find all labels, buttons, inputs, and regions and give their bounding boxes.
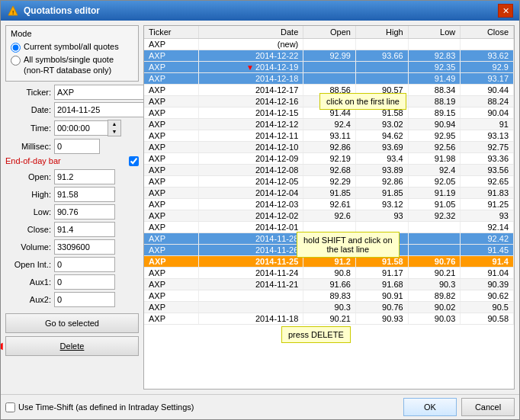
openint-input[interactable] [54,257,115,272]
table-row[interactable]: AXP2014-11-2892.42 [144,233,514,245]
fields-group: Ticker: Date: Time: ▲ ▼ [5,85,139,166]
cell-ticker: AXP [144,39,198,50]
table-row[interactable]: AXP2014-12-1193.1194.6292.9593.13 [144,130,514,142]
close-input[interactable] [54,222,115,237]
table-row[interactable]: AXP2014-11-2191.6691.6890.390.39 [144,279,514,290]
cell-close: 90.5 [461,302,514,313]
table-row[interactable]: AXP89.8390.9189.8290.62 [144,290,514,302]
cell-high: 93.4 [355,153,408,165]
cell-low [408,233,461,245]
cell-close: 91 [461,119,514,130]
millisec-input[interactable] [54,139,100,154]
cell-low: 92.95 [408,130,461,142]
time-row: Time: ▲ ▼ [5,120,139,136]
cell-low: 90.94 [408,119,461,130]
table-row[interactable]: AXP2014-12-0192.14 [144,222,514,233]
delete-container: Delete ◄ [5,336,139,356]
cell-ticker: AXP [144,119,198,130]
cell-open: 89.37 [303,96,356,107]
cell-high: 91.68 [355,279,408,290]
cell-low [408,39,461,50]
right-panel: Ticker Date Open High Low Close AXP(new)… [143,25,515,390]
cell-close: 93.56 [461,165,514,176]
main-window: ! Quotations editor ✕ Mode Current symbo… [0,0,520,420]
cell-ticker: AXP [144,176,198,188]
volume-input[interactable] [54,239,115,255]
cell-date: 2014-12-10 [198,142,303,153]
cell-high [355,245,408,256]
table-row[interactable]: AXP2014-12-0892.6893.8992.493.56 [144,165,514,176]
cell-open [303,233,356,245]
table-row[interactable]: AXP2014-11-2591.291.5890.7691.4 [144,256,514,268]
radio-current-symbol-input[interactable] [11,43,21,53]
values-group: Open: High: Low: Close: Volume: [5,169,139,307]
table-wrapper[interactable]: Ticker Date Open High Low Close AXP(new)… [144,26,514,389]
table-row[interactable]: AXP2014-11-2490.891.1790.2191.04 [144,268,514,279]
high-input[interactable] [54,187,115,202]
cell-high: 91.58 [355,107,408,119]
cell-open: 92.86 [303,142,356,153]
aux1-input[interactable] [54,274,115,290]
cancel-button[interactable]: Cancel [461,398,515,416]
radio-all-symbols-input[interactable] [11,56,21,66]
cell-low: 92.56 [408,142,461,153]
table-row[interactable]: AXP2014-12-1092.8693.6992.5692.75 [144,142,514,153]
table-row[interactable]: AXP2014-12-0292.69392.3293 [144,210,514,222]
cell-date: 2014-12-15 [198,107,303,119]
col-date: Date [198,26,303,39]
delete-button[interactable]: Delete [5,336,139,356]
left-panel: Mode Current symbol/all quotes All symbo… [5,25,139,390]
table-row[interactable]: AXP2014-12-2292.9993.6692.8393.62 [144,50,514,62]
title-bar-left: ! Quotations editor [7,5,100,17]
table-row[interactable]: AXP2014-11-1890.2190.9390.0390.58 [144,313,514,325]
use-timeshift-checkbox[interactable] [5,402,15,412]
low-input[interactable] [54,204,115,220]
cell-open: 92.4 [303,119,356,130]
svg-text:!: ! [12,9,14,16]
cell-ticker: AXP [144,153,198,165]
close-button[interactable]: ✕ [498,4,513,18]
cell-high: 90.57 [355,85,408,96]
table-row[interactable]: AXP▼2014-12-1992.3592.9 [144,62,514,73]
table-row[interactable]: AXP90.390.7690.0290.5 [144,302,514,313]
table-row[interactable]: AXP(new) [144,39,514,50]
cell-date: 2014-11-18 [198,313,303,325]
cell-low: 91.49 [408,73,461,85]
open-input[interactable] [54,169,115,184]
table-row[interactable]: AXP2014-12-1788.5690.5788.3490.44 [144,85,514,96]
table-row[interactable]: AXP2014-12-0592.2992.8692.0592.65 [144,176,514,188]
cell-ticker: AXP [144,222,198,233]
time-input[interactable] [54,120,108,136]
mode-label: Mode [11,29,133,38]
table-row[interactable]: AXP2014-12-0392.6193.1291.0591.25 [144,199,514,210]
radio-current-symbol[interactable]: Current symbol/all quotes [11,41,133,53]
cell-close: 91.04 [461,268,514,279]
table-row[interactable]: AXP2014-12-0992.1993.491.9893.36 [144,153,514,165]
cell-low: 90.21 [408,268,461,279]
cell-close: 91.83 [461,188,514,199]
cell-open [303,245,356,256]
cell-open [303,73,356,85]
go-to-selected-button[interactable]: Go to selected [5,313,139,333]
radio-all-symbols[interactable]: All symbols/single quote(non-RT database… [11,54,133,76]
time-down-button[interactable]: ▼ [108,128,120,136]
cell-close [461,39,514,50]
table-container[interactable]: Ticker Date Open High Low Close AXP(new)… [143,25,515,390]
time-up-button[interactable]: ▲ [108,120,120,128]
high-label: High: [5,190,51,199]
cell-high [355,73,408,85]
table-row[interactable]: AXP2014-12-1689.3790.7988.1988.24 [144,96,514,107]
table-row[interactable]: AXP2014-12-1591.4491.5889.1590.04 [144,107,514,119]
table-row[interactable]: AXP2014-12-0491.8591.8591.1991.83 [144,188,514,199]
eod-checkbox[interactable] [129,156,139,166]
col-open: Open [303,26,356,39]
table-row[interactable]: AXP2014-12-1292.493.0290.9491 [144,119,514,130]
cell-low: 88.34 [408,85,461,96]
eod-label: End-of-day bar [5,156,126,165]
aux2-input[interactable] [54,292,115,307]
ok-button[interactable]: OK [403,398,457,416]
table-row[interactable]: AXP2014-12-1891.4993.17 [144,73,514,85]
cell-low: 89.82 [408,290,461,302]
table-row[interactable]: AXP2014-11-2691.45 [144,245,514,256]
open-row: Open: [5,169,139,184]
